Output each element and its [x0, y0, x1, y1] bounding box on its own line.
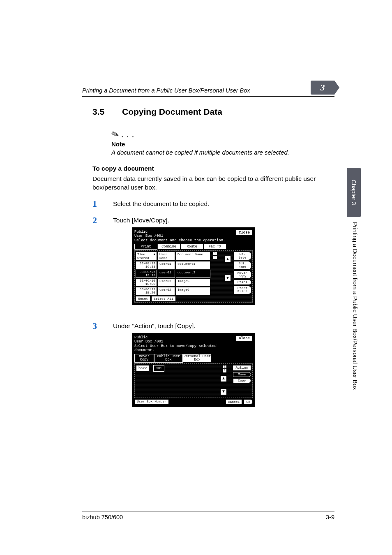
action-label: Action — [233, 365, 251, 371]
move-button[interactable]: Move — [233, 372, 251, 377]
reset-button[interactable]: Reset — [136, 296, 150, 301]
cell-date: 03/05/26 13:15 — [136, 270, 157, 278]
panel-title-line2: User Box /001 — [134, 234, 163, 238]
chapter-badge: 3 — [311, 81, 334, 95]
panel-subtitle: Select User Box to move/copy selected do… — [134, 344, 217, 352]
tab-move-copy: Move/ Copy — [134, 354, 154, 363]
note-icon-row: ✎ . . . — [111, 129, 319, 140]
footer-right: 3-9 — [326, 514, 334, 520]
tab-public-user-box[interactable]: Public User Box — [154, 354, 183, 363]
panel-subtitle: Select document and choose the operation… — [134, 238, 225, 243]
cell-user: user01 — [158, 270, 175, 278]
side-chapter-tab: Chapter 3 — [347, 168, 361, 217]
box-item-selected[interactable]: 001 — [153, 365, 164, 372]
step-text: Touch [Move/Copy]. — [113, 216, 255, 224]
cell-user: user02 — [158, 287, 175, 295]
cell-doc: Image6 — [176, 287, 210, 295]
page-indicator-top: 1 — [222, 365, 227, 369]
section-number: 3.5 — [92, 107, 111, 117]
close-button[interactable]: Close — [236, 335, 253, 341]
user-box-number-button[interactable]: User Box Number — [134, 399, 169, 404]
panel-title-line2: User Box /001 — [134, 340, 163, 344]
section-title: Copying Document Data — [122, 107, 222, 117]
tab-fax-tx[interactable]: Fax TX — [203, 244, 226, 250]
page-indicator-top: 1 — [213, 252, 217, 256]
cell-doc: Image5 — [176, 278, 210, 287]
step-number: 1 — [92, 199, 101, 208]
select-all-button[interactable]: Select All — [151, 296, 176, 301]
cell-date: 03/06/10 10:00 — [136, 278, 157, 287]
note-text: A document cannot be copied if multiple … — [111, 148, 319, 157]
step-2: 2 Touch [Move/Copy]. Public User Box /00… — [92, 216, 319, 314]
cancel-button[interactable]: Cancel — [226, 399, 242, 405]
delete-button[interactable]: De- lete — [233, 252, 251, 260]
close-button[interactable]: Close — [236, 230, 253, 236]
proof-print-button[interactable]: Proof Print — [233, 286, 251, 294]
note-block: ✎ . . . Note A document cannot be copied… — [111, 129, 319, 157]
box-item[interactable]: box2 — [136, 365, 149, 372]
footer-left: bizhub 750/600 — [82, 514, 123, 520]
screenshot-select-document: Public User Box /001 Select document and… — [132, 227, 255, 305]
page-indicator-bottom: 1 — [222, 369, 227, 373]
scroll-up-button[interactable]: ▲ — [224, 256, 231, 262]
pen-icon: ✎ — [110, 128, 120, 141]
col-time-stored[interactable]: Time Stored▲ — [136, 252, 157, 261]
print-button[interactable]: Print — [233, 280, 251, 284]
cell-date: 03/05/13 16:33 — [136, 261, 157, 269]
step-number: 3 — [92, 321, 101, 331]
screenshot-move-copy: Public User Box /001 Select User Box to … — [132, 333, 255, 407]
scroll-down-button[interactable]: ▼ — [224, 275, 231, 281]
scroll-down-button[interactable]: ▼ — [220, 388, 227, 395]
panel-title: Public User Box /001 Select User Box to … — [134, 335, 236, 352]
page-indicator-bottom: 1 — [213, 256, 217, 260]
col-user-name[interactable]: User Name — [158, 252, 175, 261]
cell-user: user02 — [158, 278, 175, 287]
ok-button[interactable]: OK — [244, 399, 253, 405]
panel-title: Public User Box /001 Select document and… — [134, 230, 225, 243]
subheading: To copy a document — [92, 165, 319, 172]
edit-name-button[interactable]: Edit Name — [233, 261, 251, 270]
sort-icon: ▲ — [153, 252, 155, 260]
copy-button[interactable]: Copy — [233, 378, 251, 383]
scroll-up-button[interactable]: ▲ — [220, 375, 227, 382]
cell-doc: document2 — [176, 270, 210, 278]
step-text: Under "Action", touch [Copy]. — [113, 321, 255, 330]
side-long-title: Printing a Document from a Public User B… — [352, 222, 358, 469]
tab-combine[interactable]: Combine — [157, 244, 180, 250]
panel-title-line1: Public — [134, 230, 148, 234]
tab-personal-user-box[interactable]: Personal User Box — [183, 354, 212, 363]
tab-print[interactable]: Print — [134, 244, 157, 250]
cell-date: 03/06/11 15:20 — [136, 287, 157, 295]
note-label: Note — [111, 141, 319, 148]
panel-title-line1: Public — [134, 335, 148, 340]
chapter-badge-num: 3 — [321, 82, 325, 93]
cell-user: user01 — [158, 261, 175, 269]
cell-doc: document1 — [176, 261, 210, 269]
note-dots: . . . — [119, 132, 135, 139]
intro-paragraph: Document data currently saved in a box c… — [92, 175, 319, 192]
running-header: Printing a Document from a Public User B… — [82, 87, 334, 97]
step-number: 2 — [92, 216, 101, 225]
step-1: 1 Select the document to be copied. — [92, 199, 319, 208]
step-3: 3 Under "Action", touch [Copy]. Public U… — [92, 321, 319, 416]
step-text: Select the document to be copied. — [113, 199, 209, 208]
move-copy-button[interactable]: Move/ Copy — [233, 271, 251, 279]
col-document-name[interactable]: Document Name — [176, 252, 210, 261]
col-time-label: Time Stored — [137, 252, 153, 260]
tab-route[interactable]: Route — [180, 244, 203, 250]
